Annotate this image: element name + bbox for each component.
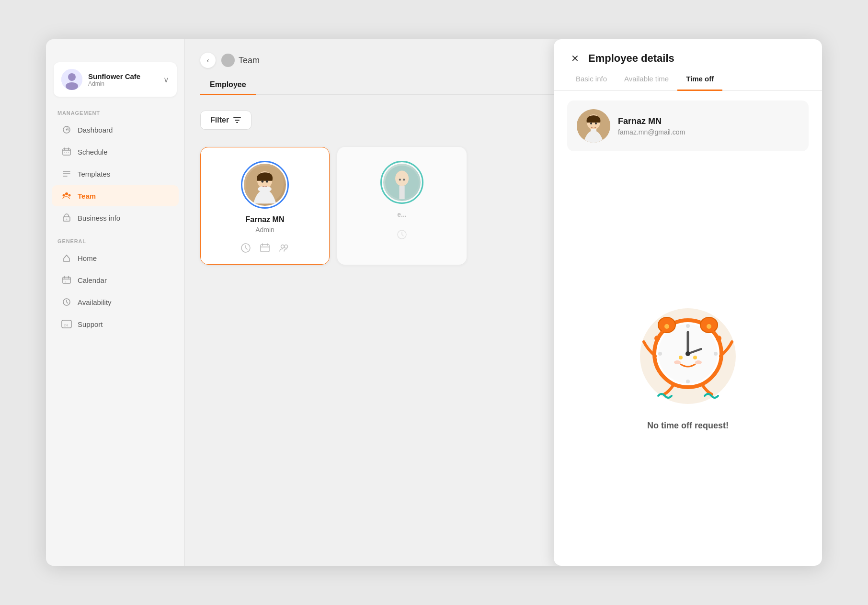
svg-point-39 [595, 123, 597, 124]
sidebar-item-calendar[interactable]: 8 Calendar [52, 269, 179, 291]
svg-point-27 [281, 245, 285, 248]
clock-illustration [626, 287, 750, 411]
svg-point-59 [693, 356, 697, 359]
svg-text:8: 8 [65, 280, 67, 283]
sidebar-logo [46, 39, 184, 62]
clock-icon-2 [395, 228, 409, 241]
general-section-label: GENERAL [46, 235, 184, 247]
svg-point-23 [262, 180, 264, 183]
svg-point-57 [707, 324, 711, 329]
detail-panel-top: ✕ Employee details [554, 39, 822, 66]
account-name: Sunflower Cafe [88, 72, 158, 80]
svg-rect-14 [63, 277, 70, 283]
account-role: Admin [88, 80, 158, 87]
svg-rect-31 [399, 186, 404, 199]
home-icon [61, 253, 72, 263]
sidebar-item-schedule[interactable]: Schedule [52, 141, 179, 162]
tab-basic-info[interactable]: Basic info [567, 68, 616, 91]
management-section-label: MANAGEMENT [46, 106, 184, 119]
employee-avatar-emp2 [380, 161, 423, 204]
close-button[interactable]: ✕ [567, 51, 582, 66]
sidebar-item-support[interactable]: 24 Support [52, 314, 179, 335]
sidebar-item-home[interactable]: Home [52, 247, 179, 269]
availability-icon [61, 297, 72, 307]
employee-role-farnaz: Admin [255, 226, 274, 234]
breadcrumb-title: Team [239, 56, 260, 66]
sidebar-item-availability[interactable]: Availability [52, 291, 179, 313]
tab-available-time[interactable]: Available time [616, 68, 677, 91]
summary-info: Farnaz MN farnaz.mn@gmail.com [618, 116, 685, 136]
team-icon [61, 190, 72, 201]
filter-button[interactable]: Filter [200, 111, 251, 130]
svg-point-38 [590, 123, 592, 124]
sidebar-item-label-home: Home [78, 254, 97, 262]
svg-point-11 [69, 194, 71, 197]
calendar-small-icon [258, 241, 272, 255]
calendar-icon: 8 [61, 275, 72, 285]
app-container: Sunflower Cafe Admin ∨ MANAGEMENT Dashbo… [46, 39, 822, 566]
chevron-down-icon[interactable]: ∨ [163, 75, 169, 84]
sidebar-item-label-team: Team [78, 192, 96, 200]
filter-label: Filter [210, 116, 229, 124]
sidebar-item-label-dashboard: Dashboard [78, 126, 113, 134]
schedule-icon [61, 146, 72, 157]
svg-point-56 [664, 324, 669, 329]
sidebar-item-dashboard[interactable]: Dashboard [52, 119, 179, 140]
tab-time-off[interactable]: Time off [677, 68, 722, 91]
svg-point-9 [65, 192, 68, 195]
svg-point-1 [68, 73, 76, 81]
sidebar-item-label-support: Support [78, 320, 103, 328]
svg-rect-5 [63, 149, 70, 155]
avatar-img-emp2 [383, 164, 421, 201]
account-card[interactable]: Sunflower Cafe Admin ∨ [54, 62, 177, 97]
svg-point-52 [654, 336, 660, 341]
svg-point-24 [266, 180, 268, 183]
svg-point-2 [66, 82, 78, 90]
employee-name-farnaz: Farnaz MN [246, 215, 285, 224]
svg-point-61 [695, 360, 702, 364]
svg-point-55 [716, 336, 721, 341]
breadcrumb-dot [221, 54, 235, 67]
svg-point-33 [403, 179, 405, 180]
summary-email: farnaz.mn@gmail.com [618, 128, 685, 136]
people-icon [277, 241, 291, 255]
no-request-area: No time off request! [567, 161, 809, 556]
sidebar: Sunflower Cafe Admin ∨ MANAGEMENT Dashbo… [46, 39, 185, 566]
tab-employee[interactable]: Employee [200, 76, 256, 95]
sidebar-item-team[interactable]: Team [52, 185, 179, 206]
summary-name: Farnaz MN [618, 116, 685, 126]
employee-name-emp2: e... [397, 211, 406, 218]
detail-panel-title: Employee details [588, 52, 674, 65]
svg-point-43 [686, 324, 690, 328]
sidebar-item-templates[interactable]: Templates [52, 163, 179, 184]
svg-point-4 [66, 129, 68, 131]
sidebar-item-business-info[interactable]: Business info [52, 207, 179, 228]
svg-point-13 [66, 219, 68, 220]
svg-rect-7 [66, 152, 67, 153]
employee-detail-panel: ✕ Employee details Basic info Available … [554, 39, 822, 566]
templates-icon [61, 168, 72, 179]
breadcrumb: Team [221, 54, 260, 67]
svg-point-58 [679, 356, 683, 359]
svg-point-10 [63, 194, 65, 197]
collapse-sidebar-button[interactable]: ‹ [200, 53, 216, 68]
svg-point-46 [714, 352, 718, 356]
employee-card-farnaz[interactable]: Farnaz MN Admin [200, 147, 330, 265]
svg-point-28 [285, 245, 288, 248]
support-icon: 24 [61, 319, 72, 329]
svg-point-45 [658, 352, 662, 356]
svg-rect-26 [261, 245, 269, 252]
employee-icons-farnaz [239, 241, 291, 255]
svg-rect-6 [64, 152, 65, 153]
employee-icons-emp2 [395, 228, 409, 241]
svg-point-44 [686, 380, 690, 383]
account-avatar [61, 69, 82, 90]
svg-rect-8 [68, 152, 69, 153]
svg-point-30 [395, 170, 409, 186]
sidebar-item-label-business-info: Business info [78, 214, 120, 222]
sidebar-item-label-schedule: Schedule [78, 148, 108, 156]
detail-tabs-row: Basic info Available time Time off [554, 68, 822, 91]
business-info-icon [61, 213, 72, 223]
employee-card-emp2[interactable]: e... [337, 147, 467, 265]
sidebar-item-label-availability: Availability [78, 298, 112, 306]
